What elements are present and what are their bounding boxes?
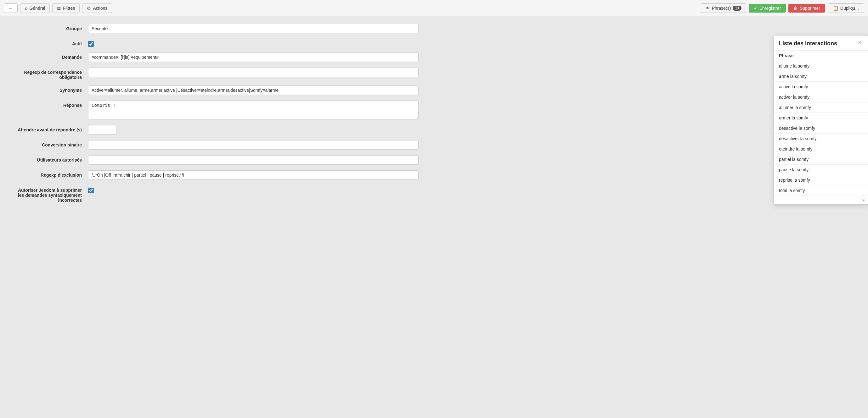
filter-icon: ⚖ (57, 6, 61, 11)
regexp-exclusion-label: Regexp d'exclusion (12, 170, 88, 178)
popup-list-item[interactable]: allumer la somfy (774, 102, 868, 113)
actif-label: Actif (12, 39, 88, 46)
home-icon: ⌂ (25, 6, 27, 11)
autoriser-label: Autoriser Jeedom à supprimer les demande… (12, 185, 88, 203)
popup-list-item[interactable]: total la somfy (774, 185, 868, 196)
synonyme-row: Synonyme (12, 85, 856, 95)
main-content: Groupe Actif Demande Regexp de correspon… (0, 16, 868, 216)
popup-list: Phrase allume la somfyarme la somfyactiv… (774, 50, 868, 196)
popup-list-item[interactable]: allume la somfy (774, 61, 868, 71)
synonyme-label: Synonyme (12, 85, 88, 93)
utilisateurs-input[interactable] (88, 155, 418, 165)
delete-button[interactable]: 🗑 Supprimer (788, 4, 825, 12)
demande-input[interactable] (88, 53, 418, 62)
regexp-exclusion-row: Regexp d'exclusion (12, 170, 856, 180)
reponse-label: Réponse (12, 101, 88, 108)
synonyme-input[interactable] (88, 85, 418, 95)
groupe-input[interactable] (88, 24, 418, 33)
popup-list-item[interactable]: active la somfy (774, 82, 868, 92)
popup-list-item[interactable]: pause la somfy (774, 165, 868, 175)
popup-list-header: Phrase (774, 50, 868, 61)
trash-icon: 🗑 (794, 6, 798, 11)
general-button[interactable]: ⌂ Général (20, 3, 50, 13)
actions-button[interactable]: ⚙ Actions (82, 3, 112, 13)
demande-row: Demande (12, 53, 856, 62)
toolbar: ← ⌂ Général ⚖ Filtres ⚙ Actions 👁 Phrase… (0, 0, 868, 16)
save-label: Enregistrer (760, 6, 781, 11)
toolbar-right: 👁 Phrase(s) 13 ✓ Enregistrer 🗑 Supprimer… (701, 3, 864, 13)
popup-header: Liste des interactions × (774, 36, 868, 50)
attendre-spinner-wrap (88, 125, 117, 135)
attendre-row: Attendre avant de répondre (s) (12, 125, 856, 135)
conversion-label: Conversion binaire (12, 140, 88, 147)
actif-checkbox[interactable] (88, 41, 94, 47)
conversion-row: Conversion binaire (12, 140, 856, 150)
popup-list-item[interactable]: desactive la somfy (774, 123, 868, 134)
filtres-label: Filtres (63, 6, 75, 11)
demande-label: Demande (12, 53, 88, 60)
popup-footer: ⇲ (774, 196, 868, 204)
save-button[interactable]: ✓ Enregistrer (749, 4, 786, 12)
phrases-label: Phrase(s) (712, 6, 731, 11)
popup-list-item[interactable]: activer la somfy (774, 92, 868, 102)
actif-row: Actif (12, 39, 856, 47)
utilisateurs-label: Utilisateurs autorisés (12, 155, 88, 163)
autoriser-checkbox[interactable] (88, 187, 94, 193)
popup-list-item[interactable]: desactiver la somfy (774, 134, 868, 144)
popup-panel: Liste des interactions × Phrase allume l… (774, 35, 868, 205)
groupe-label: Groupe (12, 24, 88, 31)
attendre-label: Attendre avant de répondre (s) (12, 125, 88, 132)
duplicate-label: Dupliqu... (840, 6, 859, 11)
check-icon: ✓ (754, 6, 757, 11)
back-button[interactable]: ← (4, 3, 18, 13)
popup-list-item[interactable]: arme la somfy (774, 71, 868, 82)
regexp-exclusion-input[interactable] (88, 170, 418, 180)
conversion-input[interactable] (88, 140, 418, 150)
actions-label: Actions (93, 6, 107, 11)
popup-close-button[interactable]: × (857, 39, 863, 46)
reponse-textarea[interactable]: Compris ! (88, 101, 418, 119)
regexp-input[interactable] (88, 68, 418, 77)
reponse-row: Réponse Compris ! (12, 101, 856, 119)
filtres-button[interactable]: ⚖ Filtres (52, 3, 80, 13)
utilisateurs-row: Utilisateurs autorisés (12, 155, 856, 165)
resize-handle-icon[interactable]: ⇲ (861, 198, 865, 202)
autoriser-row: Autoriser Jeedom à supprimer les demande… (12, 185, 856, 203)
popup-list-item[interactable]: reprise la somfy (774, 175, 868, 185)
regexp-row: Regexp de correspondance obligatoire (12, 68, 856, 80)
duplicate-button[interactable]: 📋 Dupliqu... (828, 3, 864, 13)
popup-title: Liste des interactions (779, 40, 837, 47)
eye-icon: 👁 (706, 6, 710, 11)
settings-icon: ⚙ (87, 6, 91, 11)
copy-icon: 📋 (833, 6, 838, 11)
attendre-input[interactable] (88, 125, 117, 135)
phrases-button[interactable]: 👁 Phrase(s) 13 (701, 3, 746, 13)
general-label: Général (29, 6, 45, 11)
groupe-row: Groupe (12, 24, 856, 33)
phrases-badge: 13 (733, 6, 741, 11)
regexp-label: Regexp de correspondance obligatoire (12, 68, 88, 80)
delete-label: Supprimer (800, 6, 820, 11)
popup-list-item[interactable]: partiel la somfy (774, 154, 868, 165)
back-icon: ← (8, 6, 13, 11)
popup-list-item[interactable]: eteindre la somfy (774, 144, 868, 154)
popup-list-item[interactable]: armer la somfy (774, 113, 868, 123)
